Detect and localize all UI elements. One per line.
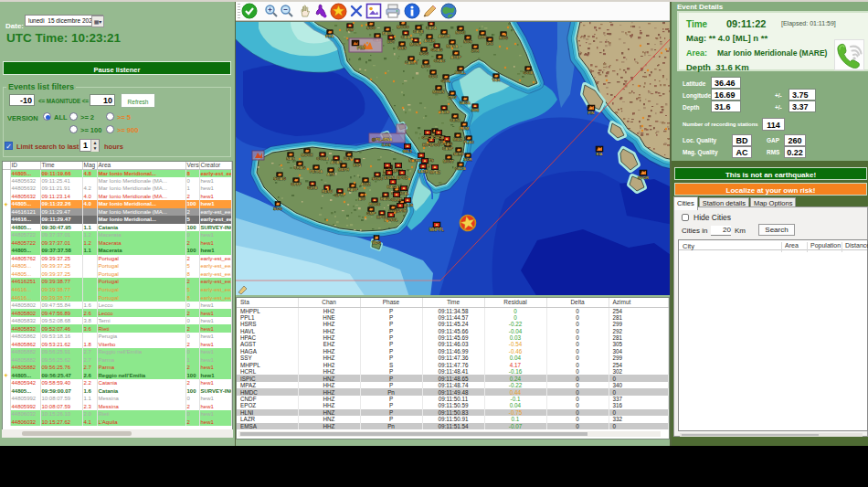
svg-text:PIM: PIM — [346, 27, 354, 32]
svg-text:CLTB: CLTB — [308, 185, 318, 190]
svg-text:SIRI: SIRI — [471, 108, 479, 112]
svg-text:NOCI: NOCI — [456, 30, 465, 35]
svg-text:CET2: CET2 — [450, 118, 460, 122]
svg-text:SCHC: SCHC — [372, 176, 383, 181]
svg-text:PIN: PIN — [588, 111, 595, 115]
svg-text:MOCO: MOCO — [397, 25, 409, 29]
svg-text:MPAZ: MPAZ — [429, 170, 440, 175]
svg-text:EPOZ: EPOZ — [397, 175, 408, 180]
svg-text:HICSPOC: HICSPOC — [422, 143, 439, 147]
svg-text:WES: WES — [397, 46, 407, 50]
svg-text:SCIAG: SCIAG — [273, 176, 285, 181]
svg-text:RESU: RESU — [322, 189, 333, 194]
svg-text:LUPIS: LUPIS — [395, 208, 407, 213]
svg-text:LAZR: LAZR — [418, 169, 428, 174]
svg-text:GIUL: GIUL — [441, 79, 450, 83]
svg-text:CAIA: CAIA — [401, 35, 410, 39]
svg-text:RAFF: RAFF — [347, 187, 358, 192]
svg-text:PLAC: PLAC — [463, 140, 473, 144]
svg-text:CAPA: CAPA — [426, 26, 437, 30]
svg-text:GCIB: GCIB — [524, 70, 533, 75]
svg-text:GRAG: GRAG — [431, 48, 443, 52]
svg-text:WDG: WDG — [372, 240, 381, 245]
svg-text:ZTR: ZTR — [471, 48, 479, 53]
svg-text:CAVE: CAVE — [413, 29, 424, 34]
svg-text:HAVL: HAVL — [380, 196, 391, 201]
svg-text:TAR: TAR — [492, 78, 500, 82]
svg-text:OPFF: OPFF — [291, 182, 302, 186]
svg-text:CHCB: CHCB — [433, 135, 444, 140]
svg-text:ACER: ACER — [424, 38, 435, 43]
svg-text:MOTT: MOTT — [443, 159, 454, 164]
svg-text:LT2: LT2 — [486, 41, 493, 46]
svg-text:AMUR: AMUR — [439, 34, 450, 38]
svg-text:RUCC: RUCC — [369, 202, 380, 206]
svg-text:PETRA: PETRA — [310, 169, 323, 174]
svg-text:SOR: SOR — [463, 157, 471, 162]
svg-text:LSN: LSN — [354, 163, 361, 167]
svg-text:FIUM: FIUM — [460, 126, 470, 131]
svg-text:LITH: LITH — [478, 35, 486, 39]
svg-text:COMA: COMA — [317, 156, 329, 161]
svg-text:NYDR: NYDR — [638, 175, 649, 180]
svg-text:GMP: GMP — [366, 211, 376, 216]
svg-text:SOO: SOO — [273, 206, 282, 211]
svg-text:ILOS: ILOS — [382, 143, 391, 147]
svg-text:ACEP: ACEP — [450, 55, 461, 59]
svg-text:GHCA: GHCA — [422, 135, 433, 140]
svg-text:CASP: CASP — [442, 146, 453, 151]
svg-text:SERS: SERS — [453, 152, 464, 156]
svg-text:ROG: ROG — [499, 36, 508, 40]
svg-text:PIM: PIM — [357, 46, 365, 50]
svg-text:PRA: PRA — [326, 34, 334, 38]
svg-text:NOS: NOS — [463, 39, 471, 44]
svg-text:AVIAN: AVIAN — [331, 160, 343, 164]
svg-text:CRAC: CRAC — [434, 58, 445, 63]
svg-text:LUT: LUT — [387, 39, 396, 44]
svg-text:CRAG: CRAG — [294, 165, 305, 170]
svg-text:OLMT: OLMT — [391, 197, 402, 202]
svg-text:ATN: ATN — [327, 172, 334, 176]
svg-text:SOO: SOO — [421, 64, 430, 69]
svg-text:MILZ: MILZ — [403, 149, 412, 154]
svg-text:MMLN: MMLN — [433, 90, 445, 94]
svg-text:MILZ: MILZ — [453, 137, 462, 142]
svg-text:NAS: NAS — [287, 156, 295, 161]
svg-text:MGLL: MGLL — [455, 70, 466, 75]
svg-text:AIO: AIO — [358, 196, 365, 201]
svg-text:PSAG: PSAG — [441, 142, 452, 146]
svg-text:VAGA: VAGA — [460, 101, 471, 105]
svg-text:HAGA: HAGA — [387, 185, 398, 189]
svg-text:@FIL-I$NA: @FIL-I$NA — [372, 137, 393, 142]
svg-text:KIA: KIA — [596, 152, 602, 156]
svg-text:CUC: CUC — [429, 74, 437, 79]
svg-text:MEPH: MEPH — [338, 167, 349, 172]
svg-text:MUCH: MUCH — [302, 153, 313, 157]
svg-text:CHCB: CHCB — [455, 166, 466, 171]
svg-text:SOO: SOO — [366, 26, 376, 30]
svg-text:SGG: SGG — [419, 51, 428, 56]
svg-text:AVZZ: AVZZ — [361, 182, 371, 186]
svg-text:TRIV: TRIV — [448, 95, 457, 100]
svg-text:MHPPL: MHPPL — [429, 228, 444, 232]
